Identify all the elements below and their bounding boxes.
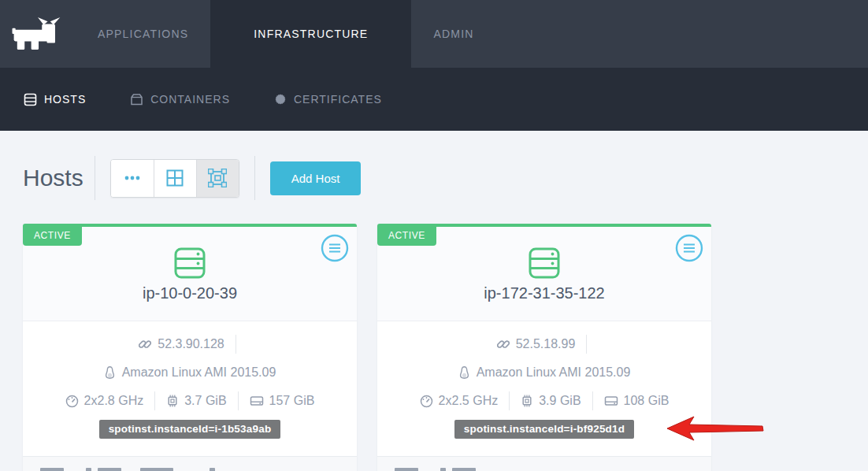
memory-spec: 3.7 GiB [166,394,226,408]
host-label-row: spotinst.instanceId=i-1b53a9ab [23,418,357,440]
host-ip-row: 52.5.18.99 [377,333,711,355]
host-name-link[interactable]: ip-10-0-20-39 [23,284,357,302]
divider [236,335,236,354]
link-icon [139,338,151,350]
host-menu-button[interactable] [675,234,703,262]
infrastructure-sub-nav: HOSTS CONTAINERS CERTIFICATES [0,68,868,131]
link-icon [497,338,510,350]
disk-spec: 157 GiB [250,394,315,408]
host-card-header: ACTIVE [23,227,357,321]
host-ip: 52.3.90.128 [158,337,224,351]
subnav-label: CERTIFICATES [294,93,382,106]
disk-spec: 108 GiB [604,394,670,408]
host-label-row: spotinst.instanceId=i-bf925d1d [377,418,711,440]
gauge-icon [420,395,433,408]
subnav-item-certificates[interactable]: CERTIFICATES [274,93,382,106]
containers-icon [130,93,143,106]
rancher-cow-icon [10,17,65,51]
machine-view-icon [208,169,227,187]
host-specs-row: 2x2.5 GHz [377,390,711,412]
host-specs-row: 2x2.8 GHz [23,390,357,412]
clipped-content [210,468,215,471]
clipped-content [395,468,418,471]
clipped-content [40,468,64,471]
cpu-spec: 2x2.8 GHz [65,394,144,408]
host-card-body: 52.3.90.128 Amazon Linux AMI 2015.09 [23,321,357,456]
host-menu-button[interactable] [321,234,349,262]
divider [509,391,510,410]
top-nav-bar: APPLICATIONS INFRASTRUCTURE ADMIN [0,0,868,68]
host-disk: 157 GiB [269,394,315,408]
subnav-item-hosts[interactable]: HOSTS [24,93,86,106]
memory-chip-icon [521,395,533,407]
host-os: Amazon Linux AMI 2015.09 [477,365,631,380]
clipped-content [440,468,446,471]
host-card: ACTIVE [377,224,711,471]
status-badge: ACTIVE [377,227,436,246]
tab-applications[interactable]: APPLICATIONS [76,0,210,68]
add-host-button[interactable]: Add Host [270,161,362,195]
host-label-tag: spotinst.instanceId=i-bf925d1d [454,420,634,439]
memory-spec: 3.9 GiB [521,394,581,408]
tab-label: INFRASTRUCTURE [254,28,368,40]
divider [95,156,95,200]
tab-label: APPLICATIONS [98,28,188,40]
host-name-link[interactable]: ip-172-31-35-122 [377,284,711,302]
clipped-content [86,468,91,471]
clipped-content [98,468,121,471]
subnav-label: CONTAINERS [150,93,230,106]
tab-label: ADMIN [433,28,473,40]
disk-icon [604,395,618,407]
divider [154,391,155,410]
status-badge: ACTIVE [23,227,82,246]
host-card: ACTIVE [23,224,357,471]
view-list-button[interactable] [111,160,154,197]
divider [586,335,587,354]
divider [238,391,239,410]
host-os-row: Amazon Linux AMI 2015.09 [23,362,357,384]
host-ip-row: 52.3.90.128 [23,333,357,355]
divider [254,156,255,200]
disk-icon [250,395,264,407]
host-memory: 3.9 GiB [539,394,581,408]
list-dots-icon [124,176,140,180]
host-memory: 3.7 GiB [184,394,226,408]
clipped-content [140,468,173,471]
host-disk: 108 GiB [624,394,670,408]
host-ip: 52.5.18.99 [516,337,576,351]
host-label-tag: spotinst.instanceId=i-1b53a9ab [99,420,281,439]
tab-infrastructure[interactable]: INFRASTRUCTURE [210,0,411,68]
certificates-icon [274,93,287,106]
page-header: Hosts [23,159,845,197]
subnav-label: HOSTS [44,93,86,106]
red-arrow-annotation [666,416,766,441]
view-machine-button[interactable] [196,160,239,197]
rancher-logo[interactable] [0,0,76,68]
divider [592,391,593,410]
host-cpu: 2x2.5 GHz [439,394,499,408]
subnav-item-containers[interactable]: CONTAINERS [130,93,230,106]
host-card-header: ACTIVE [377,227,711,321]
host-card-body: 52.5.18.99 Amazon Linux AMI 2015.09 [377,321,711,456]
memory-chip-icon [166,395,179,407]
linux-tux-icon [104,366,116,379]
host-cpu: 2x2.8 GHz [84,394,144,408]
host-os: Amazon Linux AMI 2015.09 [122,365,276,380]
page-title: Hosts [23,165,83,191]
host-os-row: Amazon Linux AMI 2015.09 [377,362,711,384]
tab-admin[interactable]: ADMIN [411,0,495,68]
clipped-content [452,468,476,471]
gauge-icon [65,395,79,408]
grid-icon [166,169,184,187]
hosts-icon [24,93,37,106]
view-grid-button[interactable] [154,160,196,197]
host-card-footer [377,456,711,471]
host-card-footer [23,456,357,471]
linux-tux-icon [458,366,470,379]
cpu-spec: 2x2.5 GHz [420,394,499,408]
view-toggle-group [110,159,239,198]
